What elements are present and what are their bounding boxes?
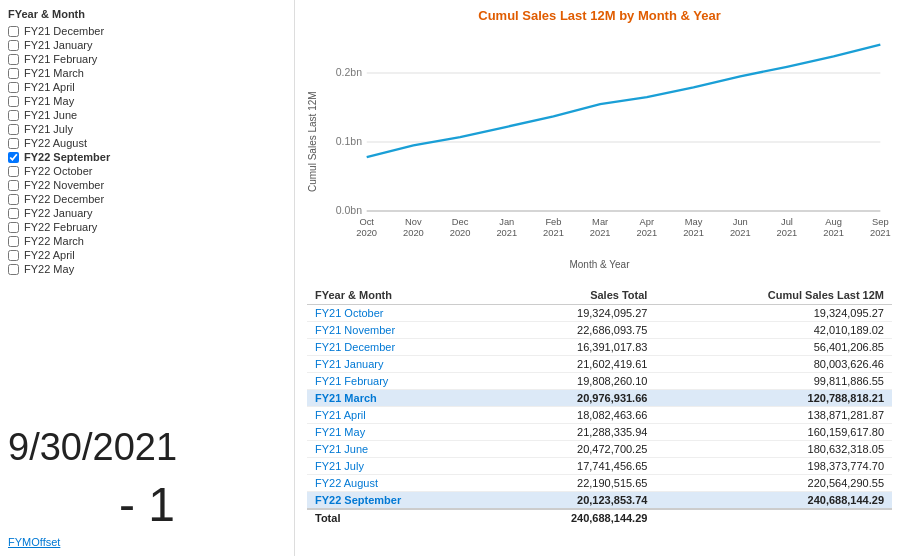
filter-item[interactable]: FY21 April	[8, 80, 282, 94]
cell-cumul-sales: 99,811,886.55	[655, 373, 892, 390]
svg-text:Sep: Sep	[872, 217, 889, 227]
svg-text:2021: 2021	[496, 228, 517, 238]
cell-fyear-month: FY21 December	[307, 339, 490, 356]
filter-item[interactable]: FY22 April	[8, 248, 282, 262]
filter-label: FY21 January	[24, 39, 92, 51]
filter-item[interactable]: FY22 October	[8, 164, 282, 178]
filter-item[interactable]: FY21 March	[8, 66, 282, 80]
footer-cumul-sales	[655, 509, 892, 526]
col-header-cumul-sales: Cumul Sales Last 12M	[655, 286, 892, 305]
chart-container: Cumul Sales Last 12M 0.0bn0.1bn0.2bnOct2…	[307, 27, 892, 257]
svg-text:Mar: Mar	[592, 217, 608, 227]
footer-sales-total: 240,688,144.29	[490, 509, 656, 526]
filter-label: FY22 November	[24, 179, 104, 191]
svg-text:Feb: Feb	[545, 217, 561, 227]
col-header-sales-total: Sales Total	[490, 286, 656, 305]
filter-checkbox[interactable]	[8, 138, 19, 149]
filter-checkbox[interactable]	[8, 82, 19, 93]
cell-fyear-month: FY22 August	[307, 475, 490, 492]
filter-label: FY21 July	[24, 123, 73, 135]
svg-text:Jul: Jul	[781, 217, 793, 227]
filter-checkbox[interactable]	[8, 26, 19, 37]
table-row: FY21 May21,288,335.94160,159,617.80	[307, 424, 892, 441]
cell-fyear-month: FY22 September	[307, 492, 490, 510]
table-row: FY21 March20,976,931.66120,788,818.21	[307, 390, 892, 407]
cell-cumul-sales: 198,373,774.70	[655, 458, 892, 475]
filter-item[interactable]: FY22 March	[8, 234, 282, 248]
cell-cumul-sales: 80,003,626.46	[655, 356, 892, 373]
filter-item[interactable]: FY21 June	[8, 108, 282, 122]
filter-checkbox[interactable]	[8, 110, 19, 121]
table-row: FY22 August22,190,515.65220,564,290.55	[307, 475, 892, 492]
svg-text:Jan: Jan	[499, 217, 514, 227]
cell-cumul-sales: 56,401,206.85	[655, 339, 892, 356]
vertical-divider	[294, 0, 295, 556]
cell-fyear-month: FY21 March	[307, 390, 490, 407]
svg-text:2021: 2021	[683, 228, 704, 238]
filter-item[interactable]: FY22 August	[8, 136, 282, 150]
filter-checkbox[interactable]	[8, 236, 19, 247]
filter-item[interactable]: FY22 September	[8, 150, 282, 164]
filter-checkbox[interactable]	[8, 40, 19, 51]
filter-checkbox[interactable]	[8, 250, 19, 261]
filter-item[interactable]: FY22 February	[8, 220, 282, 234]
filter-checkbox[interactable]	[8, 96, 19, 107]
filter-label: FY21 April	[24, 81, 75, 93]
filter-item[interactable]: FY21 February	[8, 52, 282, 66]
svg-text:Nov: Nov	[405, 217, 422, 227]
filter-item[interactable]: FY21 December	[8, 24, 282, 38]
filter-checkbox[interactable]	[8, 54, 19, 65]
svg-text:Jun: Jun	[733, 217, 748, 227]
svg-text:Oct: Oct	[359, 217, 374, 227]
cell-fyear-month: FY21 February	[307, 373, 490, 390]
cell-sales-total: 20,472,700.25	[490, 441, 656, 458]
chart-svg: 0.0bn0.1bn0.2bnOct2020Nov2020Dec2020Jan2…	[320, 27, 892, 257]
filter-title: FYear & Month	[8, 8, 286, 20]
filter-item[interactable]: FY22 November	[8, 178, 282, 192]
cell-fyear-month: FY21 October	[307, 305, 490, 322]
svg-text:2021: 2021	[870, 228, 891, 238]
table-row: FY21 October19,324,095.2719,324,095.27	[307, 305, 892, 322]
filter-item[interactable]: FY21 May	[8, 94, 282, 108]
svg-text:2020: 2020	[450, 228, 471, 238]
filter-checkbox[interactable]	[8, 152, 19, 163]
cell-sales-total: 17,741,456.65	[490, 458, 656, 475]
filter-checkbox[interactable]	[8, 194, 19, 205]
fym-link[interactable]: FYMOffset	[8, 536, 286, 548]
filter-item[interactable]: FY22 December	[8, 192, 282, 206]
filter-item[interactable]: FY21 January	[8, 38, 282, 52]
cell-sales-total: 21,288,335.94	[490, 424, 656, 441]
filter-label: FY22 May	[24, 263, 74, 275]
svg-text:2021: 2021	[543, 228, 564, 238]
filter-label: FY22 January	[24, 207, 92, 219]
cell-sales-total: 20,976,931.66	[490, 390, 656, 407]
filter-label: FY22 October	[24, 165, 92, 177]
cell-sales-total: 20,123,853.74	[490, 492, 656, 510]
cell-fyear-month: FY21 June	[307, 441, 490, 458]
data-table: FYear & Month Sales Total Cumul Sales La…	[307, 286, 892, 526]
cell-sales-total: 19,808,260.10	[490, 373, 656, 390]
filter-checkbox[interactable]	[8, 166, 19, 177]
filter-checkbox[interactable]	[8, 180, 19, 191]
cell-cumul-sales: 138,871,281.87	[655, 407, 892, 424]
cell-cumul-sales: 42,010,189.02	[655, 322, 892, 339]
filter-checkbox[interactable]	[8, 264, 19, 275]
right-panel: Cumul Sales Last 12M by Month & Year Cum…	[299, 0, 900, 556]
cell-sales-total: 21,602,419.61	[490, 356, 656, 373]
filter-checkbox[interactable]	[8, 222, 19, 233]
table-row: FY21 November22,686,093.7542,010,189.02	[307, 322, 892, 339]
filter-checkbox[interactable]	[8, 68, 19, 79]
filter-item[interactable]: FY22 May	[8, 262, 282, 276]
filter-checkbox[interactable]	[8, 208, 19, 219]
filter-item[interactable]: FY21 July	[8, 122, 282, 136]
cell-cumul-sales: 120,788,818.21	[655, 390, 892, 407]
svg-text:0.1bn: 0.1bn	[336, 137, 362, 148]
filter-label: FY22 February	[24, 221, 97, 233]
y-axis-label: Cumul Sales Last 12M	[307, 27, 318, 257]
table-area[interactable]: FYear & Month Sales Total Cumul Sales La…	[307, 286, 892, 548]
col-header-fyear-month: FYear & Month	[307, 286, 490, 305]
chart-title: Cumul Sales Last 12M by Month & Year	[307, 8, 892, 23]
filter-item[interactable]: FY22 January	[8, 206, 282, 220]
big-date: 9/30/2021	[8, 427, 286, 469]
filter-checkbox[interactable]	[8, 124, 19, 135]
